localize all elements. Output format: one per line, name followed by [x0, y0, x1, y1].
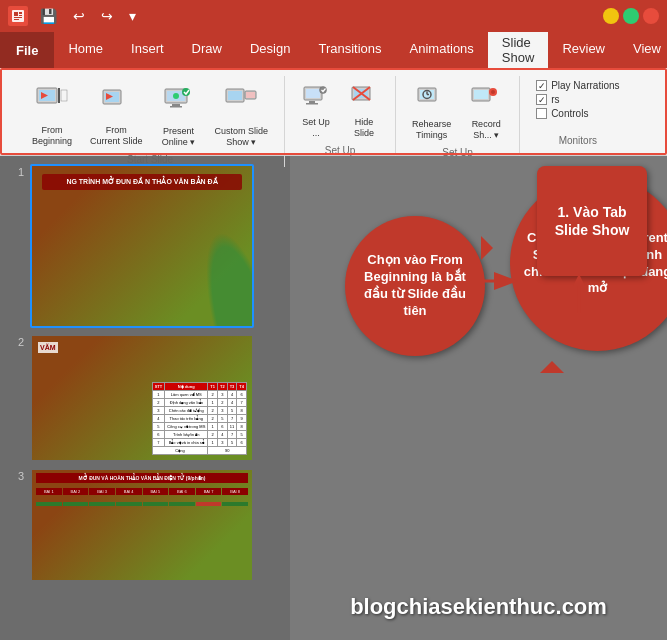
svg-rect-10	[61, 90, 67, 101]
slide-thumb-2[interactable]: 2 VĂM STTNội dungT1T2T3T4 1Làm quen với …	[8, 334, 282, 462]
customize-button[interactable]: ▾	[125, 6, 140, 26]
hide-slide-button[interactable]: HideSlide	[341, 76, 387, 143]
hide-slide-icon	[349, 82, 379, 115]
start-slide-buttons: FromBeginning FromCurrent Slide PresentO…	[24, 76, 276, 152]
show-controls-label: Controls	[551, 108, 588, 119]
play-narrations-checkbox[interactable]: ✓	[536, 80, 547, 91]
record-label: RecordSh... ▾	[472, 119, 501, 141]
maximize-button[interactable]	[623, 8, 639, 24]
redo-button[interactable]: ↪	[97, 6, 117, 26]
custom-slide-label: Custom SlideShow ▾	[215, 126, 269, 148]
slide2-heading: VĂM	[38, 342, 58, 353]
custom-slide-icon	[224, 82, 258, 124]
slide3-subgrid	[36, 502, 248, 506]
svg-rect-26	[309, 101, 315, 103]
undo-button[interactable]: ↩	[69, 6, 89, 26]
from-current-button[interactable]: FromCurrent Slide	[82, 76, 151, 152]
slide-img-2: VĂM STTNội dungT1T2T3T4 1Làm quen với MS…	[30, 334, 254, 462]
rehearse-label: RehearseTimings	[412, 119, 451, 141]
present-online-icon	[162, 82, 196, 124]
svg-point-16	[173, 93, 179, 99]
svg-rect-23	[246, 92, 255, 98]
tab-review[interactable]: Review	[548, 32, 619, 68]
svg-rect-4	[14, 17, 22, 18]
svg-rect-18	[170, 106, 182, 108]
bubble3-text: 1. Vào Tab Slide Show	[549, 203, 635, 239]
window-controls	[603, 8, 659, 24]
use-timings-label: rs	[551, 94, 559, 105]
svg-rect-39	[474, 90, 488, 99]
play-narrations-label: Play Narrations	[551, 80, 619, 91]
ribbon: FromBeginning FromCurrent Slide PresentO…	[0, 68, 667, 156]
start-slide-label: Start Slide	[24, 152, 276, 167]
tab-view[interactable]: View	[619, 32, 667, 68]
svg-rect-25	[306, 89, 320, 98]
hide-slide-label: HideSlide	[354, 117, 374, 139]
slide3-title: MỞ ĐUN VÀ HOÀN THẢO VĂN BẢN ĐIỆN TỬ (9/p…	[36, 473, 248, 483]
tab-design[interactable]: Design	[236, 32, 304, 68]
play-narrations-item[interactable]: ✓ Play Narrations	[536, 80, 619, 91]
tab-animations[interactable]: Animations	[396, 32, 488, 68]
setup-icon	[301, 82, 331, 115]
present-online-label: PresentOnline ▾	[162, 126, 196, 148]
main-area: Chọn vào From Beginning là bắt đầu từ Sl…	[290, 156, 667, 640]
svg-rect-9	[58, 88, 60, 103]
slide3-grid: BÀI 1 BÀI 2 BÀI 3 BÀI 4 BÀI 5 BÀI 6 BÀI …	[36, 488, 248, 495]
arrow-1	[482, 271, 522, 295]
title-bar: 💾 ↩ ↪ ▾	[0, 0, 667, 32]
show-controls-checkbox[interactable]	[536, 108, 547, 119]
svg-marker-43	[573, 274, 585, 286]
setup-group: Set Up... HideSlide Set Up	[285, 76, 396, 158]
bubble-tab-slideshow: 1. Vào Tab Slide Show	[537, 166, 647, 276]
setup-button[interactable]: Set Up...	[293, 76, 339, 143]
slide-img-1: NG TRÌNH MỞ ĐUN ĐẦ N THẢO VĂN BẢN ĐẦ	[30, 164, 254, 328]
slide-thumb-1[interactable]: 1 NG TRÌNH MỞ ĐUN ĐẦ N THẢO VĂN BẢN ĐẦ	[8, 164, 282, 328]
record-group: RehearseTimings RecordSh... ▾ Set Up	[396, 76, 520, 160]
watermark: blogchiasekienthuc.com	[350, 594, 607, 620]
close-button[interactable]	[643, 8, 659, 24]
svg-rect-21	[228, 91, 242, 100]
app-icon	[8, 6, 28, 26]
use-timings-item[interactable]: ✓ rs	[536, 94, 619, 105]
rehearse-button[interactable]: RehearseTimings	[404, 76, 459, 145]
svg-rect-27	[306, 103, 318, 105]
menu-file[interactable]: File	[0, 32, 54, 68]
slide-num-2: 2	[8, 334, 24, 348]
tab-transitions[interactable]: Transitions	[304, 32, 395, 68]
svg-rect-17	[172, 104, 180, 106]
bubble1-text: Chọn vào From Beginning là bắt đầu từ Sl…	[357, 252, 473, 320]
slide-thumb-3[interactable]: 3 MỞ ĐUN VÀ HOÀN THẢO VĂN BẢN ĐIỆN TỬ (9…	[8, 468, 282, 582]
svg-rect-1	[14, 12, 18, 16]
narrations-group: ✓ Play Narrations ✓ rs Controls Monitors	[520, 76, 635, 148]
record-buttons: RehearseTimings RecordSh... ▾	[404, 76, 511, 145]
use-timings-checkbox[interactable]: ✓	[536, 94, 547, 105]
svg-rect-2	[19, 12, 22, 14]
narration-items: ✓ Play Narrations ✓ rs Controls	[528, 76, 627, 123]
tab-draw[interactable]: Draw	[178, 32, 236, 68]
start-slide-group: FromBeginning FromCurrent Slide PresentO…	[16, 76, 285, 167]
from-beginning-icon	[35, 82, 69, 123]
monitors-label: Monitors	[528, 133, 627, 148]
slide-content-2: VĂM STTNội dungT1T2T3T4 1Làm quen với MS…	[32, 336, 252, 460]
ribbon-slideshow: FromBeginning FromCurrent Slide PresentO…	[8, 72, 659, 155]
from-beginning-button[interactable]: FromBeginning	[24, 76, 80, 152]
slide-content-1: NG TRÌNH MỞ ĐUN ĐẦ N THẢO VĂN BẢN ĐẦ	[32, 166, 252, 326]
rehearse-icon	[416, 82, 448, 117]
present-online-button[interactable]: PresentOnline ▾	[153, 76, 205, 152]
svg-point-41	[491, 90, 495, 94]
arrow-3	[569, 274, 589, 318]
tab-insert[interactable]: Insert	[117, 32, 178, 68]
from-beginning-label: FromBeginning	[32, 125, 72, 147]
record-button[interactable]: RecordSh... ▾	[461, 76, 511, 145]
save-button[interactable]: 💾	[36, 6, 61, 26]
bubble-from-beginning: Chọn vào From Beginning là bắt đầu từ Sl…	[345, 216, 485, 356]
app-body: 1 NG TRÌNH MỞ ĐUN ĐẦ N THẢO VĂN BẢN ĐẦ 2…	[0, 156, 667, 640]
tab-home[interactable]: Home	[54, 32, 117, 68]
menu-bar: File Home Insert Draw Design Transitions…	[0, 32, 667, 68]
tab-slideshow[interactable]: Slide Show	[488, 32, 549, 68]
setup-buttons: Set Up... HideSlide	[293, 76, 387, 143]
svg-rect-5	[14, 19, 19, 20]
minimize-button[interactable]	[603, 8, 619, 24]
custom-slide-button[interactable]: Custom SlideShow ▾	[207, 76, 277, 152]
show-media-controls-item[interactable]: Controls	[536, 108, 619, 119]
